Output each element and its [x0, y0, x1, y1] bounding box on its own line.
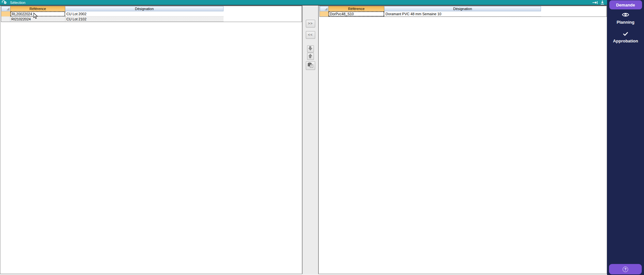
help-button[interactable]: ? — [609, 264, 642, 274]
destination-header-reference[interactable]: Référence — [328, 6, 384, 11]
title-bar-actions — [592, 0, 605, 5]
selection-gear-icon — [2, 0, 7, 6]
source-panel: Référence Désignation RL20022024 CU Lot … — [0, 6, 302, 274]
destination-table: Référence Désignation DorPvc48_S10 Doram… — [319, 6, 607, 17]
check-icon — [623, 32, 628, 37]
sidebar-item-label: Approbation — [613, 39, 638, 43]
table-cell-reference[interactable]: DorPvc48_S10 — [328, 11, 384, 17]
row-indicator[interactable] — [1, 11, 10, 17]
title-bar: Sélection — [0, 0, 607, 6]
move-down-button[interactable] — [307, 45, 314, 52]
transfer-strip: >> << — [302, 6, 318, 274]
paste-icon — [307, 62, 314, 69]
sidebar-item-label: Planning — [617, 20, 635, 25]
eye-icon — [622, 12, 629, 18]
move-up-button[interactable] — [307, 53, 314, 60]
destination-header-designation[interactable]: Désignation — [384, 6, 541, 11]
table-cell-reference[interactable]: RI21022024 — [10, 17, 65, 22]
download-icon[interactable] — [600, 0, 604, 5]
help-circle-icon: ? — [623, 267, 628, 272]
arrow-up-icon — [308, 53, 313, 60]
source-header-reference[interactable]: Référence — [10, 6, 65, 11]
sidebar-item-approbation[interactable]: Approbation — [613, 32, 638, 43]
row-indicator[interactable] — [320, 11, 328, 17]
paste-button[interactable] — [306, 61, 315, 70]
sidebar-item-planning[interactable]: Planning — [617, 12, 635, 25]
table-cell-reference[interactable]: RL20022024 — [10, 11, 65, 17]
table-cell-designation[interactable]: CU Lot 2002 — [65, 11, 224, 17]
table-cell-designation[interactable]: Doramant PVC 48 mm Semaine 10 — [384, 11, 541, 17]
sidebar-item-demande[interactable]: Demande — [609, 0, 642, 9]
row-indicator[interactable] — [1, 17, 10, 22]
arrow-down-icon — [308, 46, 313, 52]
source-select-all-corner[interactable] — [1, 6, 10, 11]
source-header-designation[interactable]: Désignation — [65, 6, 224, 11]
move-right-button[interactable]: >> — [306, 20, 315, 28]
source-table: Référence Désignation RL20022024 CU Lot … — [1, 6, 302, 22]
help-glyph: ? — [624, 267, 627, 271]
content-area: Référence Désignation RL20022024 CU Lot … — [0, 6, 607, 275]
move-left-button[interactable]: << — [306, 31, 315, 39]
selection-window: Sélection — [0, 0, 644, 275]
window-title: Sélection — [10, 1, 25, 5]
table-cell-designation[interactable]: CU Lot 2102 — [65, 17, 224, 22]
arrow-to-bar-icon[interactable] — [592, 1, 598, 5]
destination-select-all-corner[interactable] — [320, 6, 328, 11]
main-column: Sélection — [0, 0, 607, 275]
workflow-sidebar: Demande Planning Approbation ? — [607, 0, 644, 275]
destination-panel: Référence Désignation DorPvc48_S10 Doram… — [318, 6, 607, 274]
